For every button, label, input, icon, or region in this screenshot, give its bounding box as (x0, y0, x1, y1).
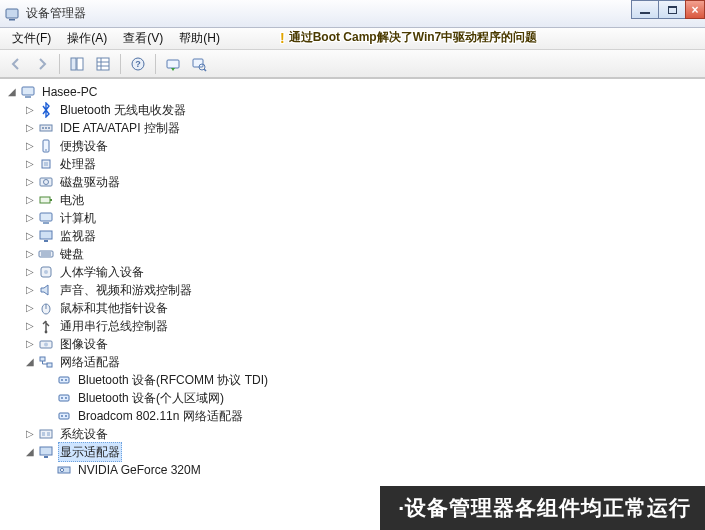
svg-rect-1 (9, 19, 15, 21)
net-dev-icon (56, 408, 72, 424)
tree-item[interactable]: ▷系统设备 (6, 425, 705, 443)
menu-view[interactable]: 查看(V) (115, 28, 171, 49)
tree-item-label: 键盘 (58, 245, 86, 263)
tree-item[interactable]: ▷监视器 (6, 227, 705, 245)
expand-toggle[interactable]: ▷ (24, 176, 36, 188)
tree-item-label: IDE ATA/ATAPI 控制器 (58, 119, 182, 137)
minimize-button[interactable] (631, 0, 659, 19)
tree-item[interactable]: ▷通用串行总线控制器 (6, 317, 705, 335)
tree-item[interactable]: ▷计算机 (6, 209, 705, 227)
help-button[interactable]: ? (126, 53, 150, 75)
tree-item[interactable]: ◢显示适配器 (6, 443, 705, 461)
expand-toggle[interactable]: ▷ (24, 104, 36, 116)
app-icon (4, 6, 20, 22)
menubar: 文件(F) 操作(A) 查看(V) 帮助(H) ! 通过Boot Camp解决了… (0, 28, 705, 50)
tree-item[interactable]: ◢网络适配器 (6, 353, 705, 371)
tree-subitem[interactable]: ▷NVIDIA GeForce 320M (6, 461, 705, 479)
expand-toggle[interactable]: ▷ (24, 212, 36, 224)
scan-hardware-button[interactable] (187, 53, 211, 75)
expand-toggle[interactable]: ▷ (24, 248, 36, 260)
tree-subitem[interactable]: ▷Broadcom 802.11n 网络适配器 (6, 407, 705, 425)
tree-item[interactable]: ▷声音、视频和游戏控制器 (6, 281, 705, 299)
computer-icon (38, 210, 54, 226)
tree-item[interactable]: ▷电池 (6, 191, 705, 209)
tree-subitem[interactable]: ▷Bluetooth 设备(RFCOMM 协议 TDI) (6, 371, 705, 389)
expand-toggle[interactable]: ▷ (24, 320, 36, 332)
tree-subitem[interactable]: ▷Bluetooth 设备(个人区域网) (6, 389, 705, 407)
svg-rect-42 (40, 357, 45, 361)
menu-file[interactable]: 文件(F) (4, 28, 59, 49)
tree-item[interactable]: ▷处理器 (6, 155, 705, 173)
tree-root[interactable]: ◢Hasee-PC (6, 83, 705, 101)
computer-root (20, 84, 36, 100)
svg-rect-10 (167, 60, 179, 68)
device-tree[interactable]: ◢Hasee-PC▷Bluetooth 无线电收发器▷IDE ATA/ATAPI… (0, 79, 705, 479)
expand-toggle[interactable]: ▷ (24, 338, 36, 350)
expand-toggle[interactable]: ▷ (24, 122, 36, 134)
tree-item[interactable]: ▷Bluetooth 无线电收发器 (6, 101, 705, 119)
expand-toggle[interactable]: ▷ (24, 230, 36, 242)
sound-icon (38, 282, 54, 298)
svg-text:?: ? (135, 59, 141, 69)
expand-toggle[interactable]: ▷ (24, 158, 36, 170)
svg-rect-23 (44, 162, 48, 166)
menu-action[interactable]: 操作(A) (59, 28, 115, 49)
forward-button[interactable] (30, 53, 54, 75)
warning-icon: ! (280, 30, 285, 46)
svg-rect-56 (40, 447, 52, 455)
tree-item-label: 便携设备 (58, 137, 110, 155)
back-button[interactable] (4, 53, 28, 75)
update-driver-button[interactable] (161, 53, 185, 75)
tree-item[interactable]: ▷人体学输入设备 (6, 263, 705, 281)
close-button[interactable]: × (685, 0, 705, 19)
svg-point-46 (65, 379, 67, 381)
svg-point-39 (45, 331, 48, 334)
tree-item[interactable]: ▷键盘 (6, 245, 705, 263)
svg-point-59 (60, 468, 63, 471)
battery-icon (38, 192, 54, 208)
tree-item-label: 图像设备 (58, 335, 110, 353)
svg-rect-57 (44, 456, 48, 458)
collapse-toggle[interactable]: ◢ (24, 356, 36, 368)
tree-item[interactable]: ▷磁盘驱动器 (6, 173, 705, 191)
hint-text: 通过Boot Camp解决了Win7中驱动程序的问题 (289, 29, 538, 46)
expand-toggle[interactable]: ▷ (24, 428, 36, 440)
ide-icon (38, 120, 54, 136)
svg-rect-32 (39, 251, 53, 257)
tree-item[interactable]: ▷图像设备 (6, 335, 705, 353)
system-icon (38, 426, 54, 442)
show-console-tree-button[interactable] (65, 53, 89, 75)
cpu-icon (38, 156, 54, 172)
expand-toggle[interactable]: ▷ (24, 194, 36, 206)
maximize-button[interactable] (658, 0, 686, 19)
svg-rect-0 (6, 9, 18, 18)
svg-rect-4 (97, 58, 109, 70)
imaging-icon (38, 336, 54, 352)
svg-point-51 (61, 415, 63, 417)
keyboard-icon (38, 246, 54, 262)
collapse-toggle[interactable]: ◢ (24, 446, 36, 458)
window-controls: × (632, 0, 705, 20)
toolbar-separator (120, 54, 121, 74)
tree-subitem-label: Bluetooth 设备(个人区域网) (76, 389, 226, 407)
tree-item-label: 监视器 (58, 227, 98, 245)
collapse-toggle[interactable]: ◢ (6, 86, 18, 98)
svg-rect-28 (40, 213, 52, 221)
expand-toggle[interactable]: ▷ (24, 302, 36, 314)
tree-item-label: 处理器 (58, 155, 98, 173)
tree-item[interactable]: ▷鼠标和其他指针设备 (6, 299, 705, 317)
svg-rect-3 (77, 58, 83, 70)
menu-help[interactable]: 帮助(H) (171, 28, 228, 49)
properties-button[interactable] (91, 53, 115, 75)
expand-toggle[interactable]: ▷ (24, 266, 36, 278)
expand-toggle[interactable]: ▷ (24, 140, 36, 152)
tree-subitem-label: NVIDIA GeForce 320M (76, 461, 203, 479)
tree-subitem-label: Broadcom 802.11n 网络适配器 (76, 407, 245, 425)
expand-toggle[interactable]: ▷ (24, 284, 36, 296)
titlebar: 设备管理器 × (0, 0, 705, 28)
tree-item[interactable]: ▷便携设备 (6, 137, 705, 155)
caption-overlay: ·设备管理器各组件均正常运行 (380, 486, 705, 530)
tree-item[interactable]: ▷IDE ATA/ATAPI 控制器 (6, 119, 705, 137)
svg-point-19 (48, 127, 50, 129)
hid-icon (38, 264, 54, 280)
